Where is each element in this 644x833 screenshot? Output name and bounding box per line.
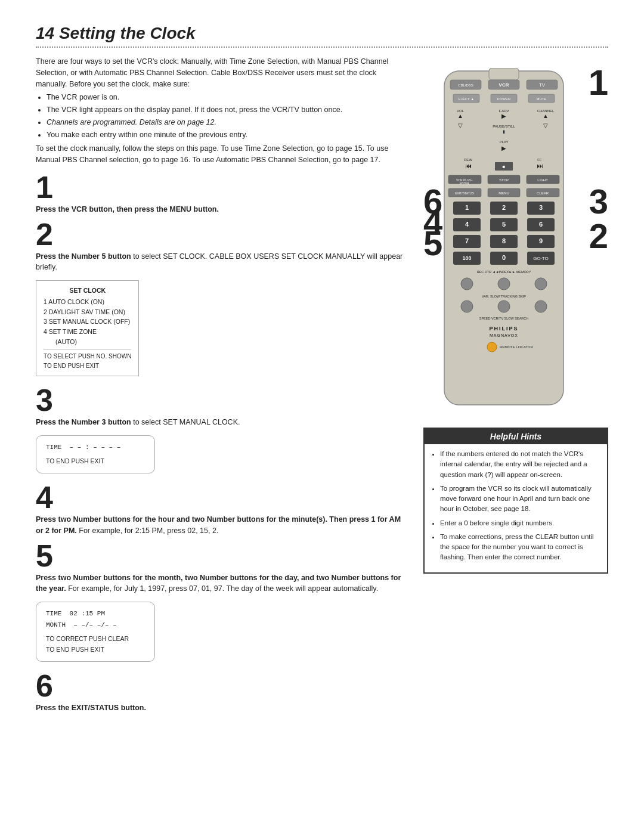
page-title: 14 Setting the Clock <box>36 24 608 48</box>
svg-text:6: 6 <box>539 221 543 228</box>
title-text: Setting the Clock <box>59 24 196 42</box>
svg-text:STOP: STOP <box>499 178 509 182</box>
intro-bullets: The VCR power is on. The VCR light appea… <box>36 92 405 140</box>
svg-text:▽: ▽ <box>543 122 548 129</box>
step-5: 5 Press two Number buttons for the month… <box>36 540 405 667</box>
hint-1: If the numbers entered do not match the … <box>440 449 600 480</box>
step-4: 4 Press two Number buttons for the hour … <box>36 482 405 537</box>
remote-step-label-1: 1 <box>589 62 608 103</box>
intro-bullet-1: The VCR power is on. <box>47 92 405 103</box>
svg-text:3: 3 <box>539 204 543 211</box>
svg-text:MUTE: MUTE <box>537 97 547 101</box>
svg-text:⏮: ⏮ <box>465 162 472 169</box>
svg-text:5: 5 <box>502 221 506 228</box>
svg-point-70 <box>461 278 473 290</box>
svg-point-80 <box>487 342 497 352</box>
remote-with-labels: 1 CBL/DSS VCR <box>423 68 608 416</box>
svg-text:GO·TO: GO·TO <box>533 256 549 261</box>
hint-2: To program the VCR so its clock will aut… <box>440 484 600 515</box>
intro-bullet-4: You make each entry within one minute of… <box>47 129 405 141</box>
svg-text:▽: ▽ <box>458 122 463 129</box>
svg-text:⏸: ⏸ <box>501 129 506 135</box>
intro-bullet-2: The VCR light appears on the display pan… <box>47 104 405 116</box>
step-3: 3 Press the Number 3 button to select SE… <box>36 385 405 478</box>
step5-instruction: Press two Number buttons for the month, … <box>36 572 405 595</box>
svg-text:EXIT/STATUS: EXIT/STATUS <box>455 191 474 195</box>
svg-text:1: 1 <box>465 204 469 211</box>
intro-bullet-3: Channels are programmed. Details are on … <box>47 117 405 128</box>
step3-instruction: Press the Number 3 button to select SET … <box>36 417 405 428</box>
intro-paragraph1: There are four ways to set the VCR's clo… <box>36 56 405 166</box>
step2-menu-box: SET CLOCK 1 AUTO CLOCK (ON) 2 DAYLIGHT S… <box>36 280 139 376</box>
remote-step-3-top: 3 <box>589 184 608 219</box>
step-6: 6 Press the EXIT/STATUS button. <box>36 670 405 714</box>
svg-text:EJECT ▲: EJECT ▲ <box>459 97 475 101</box>
remote-control-area: 1 CBL/DSS VCR <box>423 56 608 416</box>
step-2: 2 Press the Number 5 button to select SE… <box>36 219 405 381</box>
helpful-hints-box: Helpful Hints If the numbers entered do … <box>423 428 608 574</box>
remote-svg-wrapper: CBL/DSS VCR TV EJECT ▲ POWER MUTE V <box>435 68 608 416</box>
svg-text:9: 9 <box>539 237 543 244</box>
hint-3: Enter a 0 before single digit numbers. <box>440 518 600 528</box>
step5-screen: TIME 02 :15 PM MONTH – –/– –/– – TO CORR… <box>36 602 155 662</box>
svg-text:8: 8 <box>502 237 506 244</box>
svg-text:VAR. SLOW         TRACKING    : VAR. SLOW TRACKING SKIP <box>482 295 526 298</box>
chapter-number: 14 <box>36 24 54 42</box>
svg-text:▶: ▶ <box>501 145 506 151</box>
step3-screen: TIME – – : – – – – TO END PUSH EXIT <box>36 435 155 474</box>
svg-text:SPEED    VCR/TV    SLOW    SEA: SPEED VCR/TV SLOW SEARCH <box>479 317 529 320</box>
step2-instruction: Press the Number 5 button to select SET … <box>36 251 405 274</box>
svg-point-71 <box>498 278 510 290</box>
svg-point-76 <box>535 301 547 312</box>
svg-text:PHILIPS: PHILIPS <box>489 326 518 332</box>
svg-text:LIGHT: LIGHT <box>537 178 548 182</box>
svg-text:0: 0 <box>502 254 506 261</box>
remote-step-5: 5 <box>423 226 442 261</box>
svg-text:ENTER: ENTER <box>460 182 469 185</box>
left-column: There are four ways to set the VCR's clo… <box>36 56 405 716</box>
svg-text:MENU: MENU <box>499 191 509 195</box>
svg-text:VCR: VCR <box>499 82 509 88</box>
svg-text:POWER: POWER <box>497 97 511 101</box>
hints-list: If the numbers entered do not match the … <box>432 449 600 563</box>
svg-text:■: ■ <box>503 164 506 169</box>
remote-step-2-right: 2 <box>589 219 608 253</box>
svg-point-74 <box>461 301 473 312</box>
svg-text:PLAY: PLAY <box>500 140 509 144</box>
step1-instruction: Press the VCR button, then press the MEN… <box>36 204 405 215</box>
hint-4: To make corrections, press the CLEAR but… <box>440 532 600 563</box>
svg-text:▲: ▲ <box>457 113 463 119</box>
svg-point-72 <box>535 278 547 290</box>
svg-text:100: 100 <box>462 255 471 261</box>
svg-text:⏭: ⏭ <box>537 162 543 169</box>
svg-text:FF: FF <box>537 158 542 162</box>
svg-text:CBL/DSS: CBL/DSS <box>458 83 473 87</box>
hints-title: Helpful Hints <box>425 429 607 444</box>
remote-svg: CBL/DSS VCR TV EJECT ▲ POWER MUTE V <box>435 68 572 414</box>
svg-text:REW: REW <box>464 158 472 162</box>
svg-text:7: 7 <box>465 237 469 244</box>
right-column: 1 CBL/DSS VCR <box>423 56 608 716</box>
svg-text:TV: TV <box>539 82 546 88</box>
svg-text:▶: ▶ <box>501 113 506 119</box>
svg-text:PAUSE/STILL: PAUSE/STILL <box>493 125 515 128</box>
svg-rect-1 <box>489 68 519 80</box>
svg-text:▲: ▲ <box>543 113 549 119</box>
svg-text:CLEAR: CLEAR <box>537 191 549 195</box>
step-1: 1 Press the VCR button, then press the M… <box>36 172 405 215</box>
step4-instruction: Press two Number buttons for the hour an… <box>36 514 405 537</box>
svg-text:REC·DTR    ◄◄INDEX►►    MEMORY: REC·DTR ◄◄INDEX►► MEMORY <box>477 270 531 274</box>
svg-text:MAGNAVOX: MAGNAVOX <box>490 333 518 337</box>
svg-text:REMOTE LOCATOR: REMOTE LOCATOR <box>500 345 533 349</box>
svg-text:2: 2 <box>502 204 506 211</box>
svg-text:4: 4 <box>465 221 469 228</box>
step6-instruction: Press the EXIT/STATUS button. <box>36 702 405 714</box>
svg-point-75 <box>498 301 510 312</box>
